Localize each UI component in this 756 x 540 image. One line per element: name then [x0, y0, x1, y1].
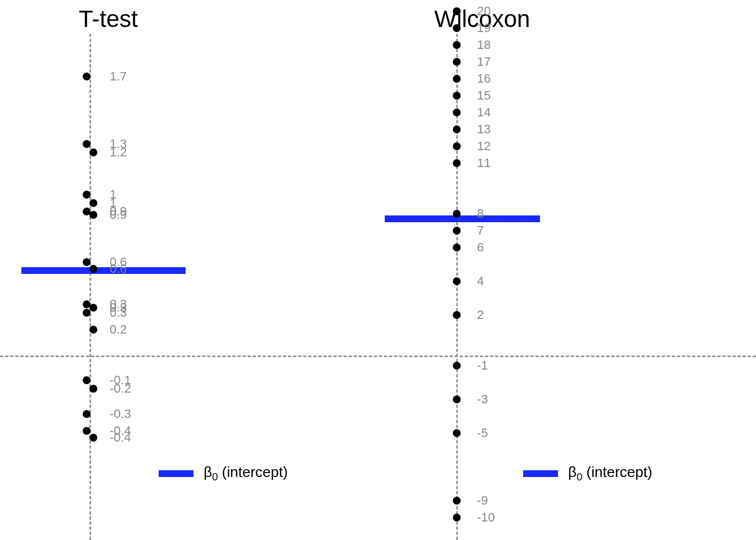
- data-label: 2: [477, 308, 484, 322]
- data-label: 12: [477, 139, 490, 154]
- data-point: [453, 277, 461, 285]
- data-label: -0.2: [110, 381, 131, 396]
- panel-t-test: T-test1.71.31.2110.90.90.60.60.30.30.30.…: [0, 0, 378, 540]
- data-point: [83, 410, 91, 418]
- data-label: 1.7: [110, 69, 127, 84]
- data-point: [89, 265, 97, 273]
- data-point: [89, 326, 97, 334]
- data-point: [83, 309, 91, 317]
- data-label: 7: [477, 223, 484, 238]
- data-label: 0.2: [110, 322, 127, 337]
- data-point: [453, 109, 461, 116]
- data-point: [453, 24, 461, 32]
- data-label: 11: [477, 156, 490, 170]
- data-label: -10: [477, 510, 495, 525]
- data-point: [83, 427, 91, 435]
- data-point: [453, 92, 461, 100]
- data-point: [453, 311, 461, 319]
- data-point: [453, 395, 461, 403]
- data-point: [83, 140, 91, 148]
- data-label: 4: [477, 274, 484, 289]
- intercept-bar: [385, 215, 540, 222]
- legend-label: β0 (intercept): [568, 464, 652, 483]
- data-label: -0.4: [110, 430, 131, 445]
- data-label: 20: [477, 4, 490, 19]
- data-label: 16: [477, 71, 490, 86]
- data-point: [89, 385, 97, 393]
- data-point: [89, 304, 97, 312]
- data-point: [453, 227, 461, 235]
- data-point: [453, 41, 461, 49]
- data-point: [83, 376, 91, 384]
- legend-label: β0 (intercept): [204, 464, 288, 483]
- data-label: 8: [477, 206, 484, 221]
- data-point: [89, 211, 97, 219]
- data-point: [453, 210, 461, 218]
- data-label: 0.9: [110, 208, 127, 222]
- chart-title: T-test: [79, 6, 138, 33]
- data-label: -5: [477, 426, 488, 440]
- data-label: 17: [477, 55, 490, 69]
- data-label: -0.3: [110, 407, 131, 421]
- data-label: -1: [477, 358, 488, 373]
- legend: β0 (intercept): [159, 464, 288, 483]
- data-point: [453, 497, 461, 505]
- data-point: [83, 191, 91, 199]
- data-label: 19: [477, 21, 490, 35]
- vertical-axis: [89, 34, 91, 540]
- data-point: [453, 142, 461, 150]
- data-point: [453, 244, 461, 251]
- zero-line: [0, 356, 756, 357]
- data-point: [453, 58, 461, 66]
- data-point: [83, 73, 91, 80]
- legend-swatch: [159, 470, 194, 477]
- data-point: [89, 199, 97, 207]
- data-point: [89, 434, 97, 442]
- data-point: [453, 362, 461, 370]
- data-label: 18: [477, 38, 490, 52]
- data-label: -3: [477, 392, 488, 407]
- data-label: 14: [477, 105, 490, 120]
- data-point: [83, 258, 91, 266]
- panel-wilcoxon: Wilcoxon2019181716151413121187642-1-3-5-…: [378, 0, 756, 540]
- data-point: [89, 148, 97, 156]
- data-label: -9: [477, 493, 488, 508]
- legend-swatch: [523, 470, 558, 477]
- data-label: 0.6: [110, 262, 127, 276]
- data-label: 6: [477, 240, 484, 255]
- data-label: 13: [477, 122, 490, 137]
- data-point: [453, 75, 461, 83]
- data-label: 1.2: [110, 145, 127, 160]
- data-point: [453, 159, 461, 167]
- data-point: [453, 7, 461, 15]
- intercept-bar: [21, 267, 186, 274]
- data-point: [453, 429, 461, 437]
- data-label: 15: [477, 88, 490, 103]
- data-point: [453, 125, 461, 133]
- data-label: 0.3: [110, 305, 127, 320]
- legend: β0 (intercept): [523, 464, 652, 483]
- data-point: [453, 514, 461, 521]
